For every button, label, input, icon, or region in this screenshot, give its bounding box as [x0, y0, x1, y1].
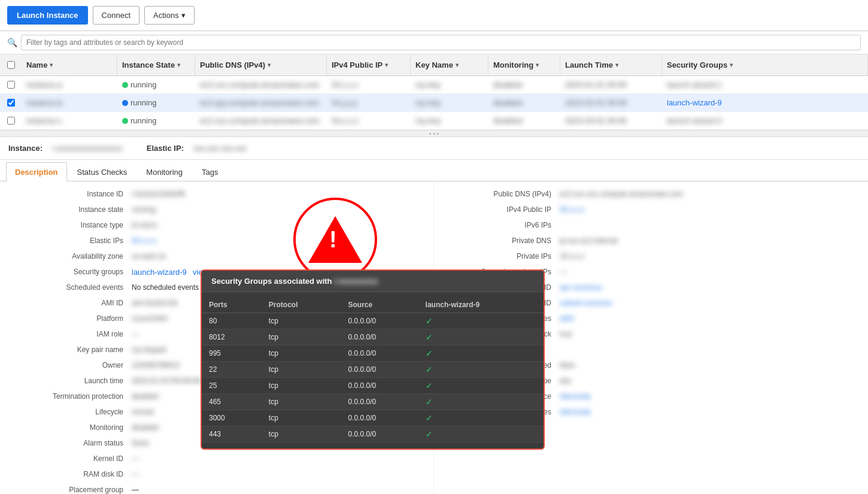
detail-row-termination-protection: Termination protection disabled	[0, 389, 433, 404]
label-subnet-id: Subnet ID	[434, 298, 560, 307]
table-row[interactable]: instance-c running ec2-zzz.compute.amazo…	[0, 112, 868, 130]
sort-arrow: ▾	[615, 62, 618, 68]
value-instance-state: running	[132, 204, 433, 214]
detail-row-lifecycle: Lifecycle normal	[0, 404, 433, 420]
resize-handle[interactable]: • • •	[0, 130, 868, 137]
connect-button[interactable]: Connect	[93, 6, 139, 25]
value-secondary-private-ips: —	[560, 266, 868, 276]
value-private-dns: ip-xxx.ec2.internal	[560, 235, 868, 245]
value-elastic-ips[interactable]: 54.x.x.x	[132, 235, 433, 245]
select-all-checkbox[interactable]	[0, 61, 22, 69]
detail-row-block-devices: Block devices /dev/xvda	[434, 404, 868, 420]
table-body: instance-a running ec2-xxx.compute.amazo…	[0, 76, 868, 130]
search-bar: 🔍	[0, 31, 868, 54]
detail-row-public-dns: Public DNS (IPv4) ec2-xxx-xxx.compute.am…	[434, 186, 868, 202]
label-root-device-type: Root device type	[434, 375, 560, 385]
col-header-launchtime[interactable]: Launch Time▾	[560, 54, 662, 75]
label-ipv6-ips: IPv6 IPs	[434, 220, 560, 229]
search-input[interactable]	[21, 35, 861, 50]
detail-row-root-device-type: Root device type ebs	[434, 373, 868, 389]
detail-section: Instance ID i-0a1b2c3d4e5f6 Instance sta…	[0, 181, 868, 494]
label-scheduled-events: Scheduled events	[0, 282, 132, 292]
value-root-device[interactable]: /dev/xvda	[560, 391, 868, 401]
detail-right: Public DNS (IPv4) ec2-xxx-xxx.compute.am…	[434, 181, 868, 494]
detail-row-ipv4-public: IPv4 Public IP 54.x.x.x	[434, 202, 868, 217]
col-header-name[interactable]: Name▾	[22, 54, 117, 75]
detail-row-platform: Platform Linux/UNIX	[0, 311, 433, 326]
launch-instance-button[interactable]: Launch Instance	[7, 6, 88, 25]
detail-row-elastic-ips: Elastic IPs 54.x.x.x	[0, 233, 433, 248]
label-alarm-status: Alarm status	[0, 438, 132, 447]
label-instance-id: Instance ID	[0, 189, 132, 198]
value-ipv6-ips	[560, 220, 868, 221]
detail-row-ipv6: IPv6 IPs	[434, 217, 868, 233]
table-row[interactable]: instance-b running ec2-yyy.compute.amazo…	[0, 94, 868, 112]
value-scheduled-events: No scheduled events	[132, 282, 433, 292]
label-iam-role: IAM role	[0, 329, 132, 338]
tab-description[interactable]: Description	[6, 162, 67, 181]
tab-monitoring[interactable]: Monitoring	[137, 162, 192, 181]
detail-row-subnet-id: Subnet ID subnet-xxxxxxxx	[434, 295, 868, 311]
label-launch-time: Launch time	[0, 375, 132, 385]
value-vpc-id[interactable]: vpc-xxxxxxxx	[560, 282, 868, 292]
col-header-monitoring[interactable]: Monitoring▾	[488, 54, 560, 75]
label-security-groups: Security groups	[0, 266, 132, 276]
toolbar: Launch Instance Connect Actions ▾	[0, 0, 868, 31]
col-header-keyname[interactable]: Key Name▾	[411, 54, 488, 75]
label-secondary-private-ips: Secondary private IPs	[434, 266, 560, 276]
detail-row-scheduled-events: Scheduled events No scheduled events	[0, 280, 433, 295]
detail-row-security-groups: Security groups launch-wizard-9 view Inb…	[0, 264, 433, 280]
label-instance-state: Instance state	[0, 204, 132, 214]
value-security-groups: launch-wizard-9 view Inbound rules	[132, 266, 433, 277]
label-owner: Owner	[0, 360, 132, 369]
label-block-devices: Block devices	[434, 407, 560, 416]
label-lifecycle: Lifecycle	[0, 407, 132, 416]
detail-row-kernel-id: Kernel ID —	[0, 451, 433, 466]
col-header-secgroups[interactable]: Security Groups▾	[662, 54, 868, 75]
value-network-interfaces[interactable]: eth0	[560, 313, 868, 323]
value-availability-zone: us-east-1a	[132, 251, 433, 260]
sort-arrow: ▾	[730, 62, 733, 68]
elastic-ip-value: xxx.xxx.xxx.xxx	[193, 144, 247, 153]
col-header-ipv4[interactable]: IPv4 Public IP▾	[327, 54, 411, 75]
tab-tags[interactable]: Tags	[193, 162, 227, 181]
value-public-dns: ec2-xxx-xxx.compute.amazonaws.com	[560, 189, 868, 198]
detail-row-vpc-id: VPC ID vpc-xxxxxxxx	[434, 280, 868, 295]
detail-row-private-dns: Private DNS ip-xxx.ec2.internal	[434, 233, 868, 248]
label-private-dns: Private DNS	[434, 235, 560, 245]
value-lifecycle: normal	[132, 407, 433, 416]
label-kernel-id: Kernel ID	[0, 453, 132, 463]
label-ebs-optimized: EBS-optimized	[434, 360, 560, 369]
table-row[interactable]: instance-a running ec2-xxx.compute.amazo…	[0, 76, 868, 94]
value-termination-protection: disabled	[132, 391, 433, 401]
detail-row-iam-role: IAM role —	[0, 326, 433, 342]
search-icon: 🔍	[7, 38, 17, 47]
value-instance-id: i-0a1b2c3d4e5f6	[132, 189, 433, 198]
value-platform: Linux/UNIX	[132, 313, 433, 323]
detail-row-network-interfaces: Network interfaces eth0	[434, 311, 868, 326]
col-header-state[interactable]: Instance State▾	[117, 54, 195, 75]
label-ipv4-public-ip: IPv4 Public IP	[434, 204, 560, 214]
value-subnet-id[interactable]: subnet-xxxxxxxx	[560, 298, 868, 307]
actions-button[interactable]: Actions ▾	[144, 6, 195, 25]
value-instance-type: t2.micro	[132, 220, 433, 229]
table-header: Name▾ Instance State▾ Public DNS (IPv4)▾…	[0, 54, 868, 76]
value-block-devices[interactable]: /dev/xvda	[560, 407, 868, 416]
detail-row-key-pair: Key pair name my-keypair	[0, 342, 433, 357]
detail-row-launch-time: Launch time 2023-01-01T00:00:00.000Z	[0, 373, 433, 389]
label-availability-zone: Availability zone	[0, 251, 132, 260]
value-ipv4-public-ip: 54.x.x.x	[560, 204, 868, 214]
view-inbound-rules-link[interactable]: view Inbound rules	[193, 268, 257, 277]
label-private-ips: Private IPs	[434, 251, 560, 260]
label-ram-disk-id: RAM disk ID	[0, 469, 132, 478]
detail-row-placement-group: Placement group —	[0, 482, 433, 494]
label-source-dest-check: Source/dest. check	[434, 329, 560, 338]
detail-row-root-device: Root device /dev/xvda	[434, 389, 868, 404]
instance-value: i-xxxxxxxxxxxxxxxxx	[52, 144, 123, 153]
detail-row-availability-zone: Availability zone us-east-1a	[0, 248, 433, 264]
label-instance-type: Instance type	[0, 220, 132, 229]
tab-status-checks[interactable]: Status Checks	[68, 162, 136, 181]
detail-row-owner: Owner 123456789012	[0, 357, 433, 373]
security-group-link[interactable]: launch-wizard-9	[132, 268, 187, 277]
col-header-dns[interactable]: Public DNS (IPv4)▾	[195, 54, 327, 75]
